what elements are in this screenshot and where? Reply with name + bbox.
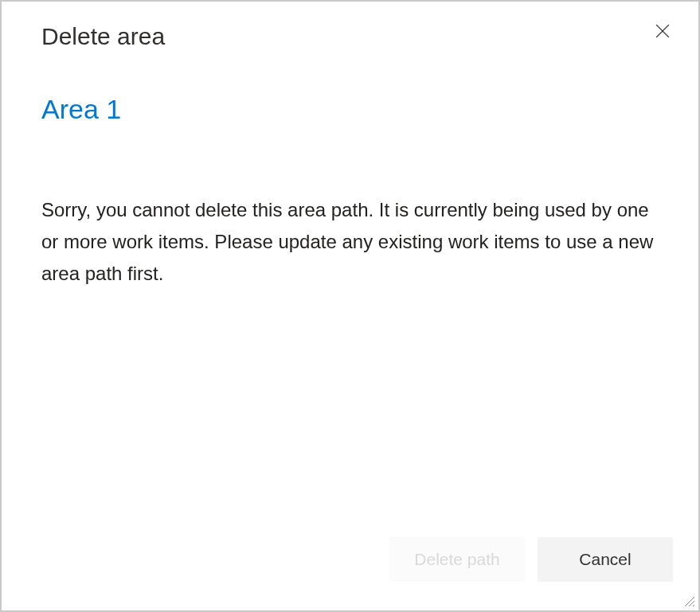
close-button[interactable] xyxy=(649,18,676,45)
delete-area-dialog: Delete area Area 1 Sorry, you cannot del… xyxy=(0,0,700,612)
dialog-header: Delete area xyxy=(2,2,698,52)
dialog-message: Sorry, you cannot delete this area path.… xyxy=(41,194,659,290)
area-name: Area 1 xyxy=(41,93,659,126)
close-icon xyxy=(655,24,670,38)
dialog-title: Delete area xyxy=(41,21,165,52)
dialog-body: Area 1 Sorry, you cannot delete this are… xyxy=(2,52,698,537)
dialog-footer: Delete path Cancel xyxy=(2,537,698,610)
delete-path-button: Delete path xyxy=(389,537,525,582)
cancel-button[interactable]: Cancel xyxy=(538,537,673,582)
